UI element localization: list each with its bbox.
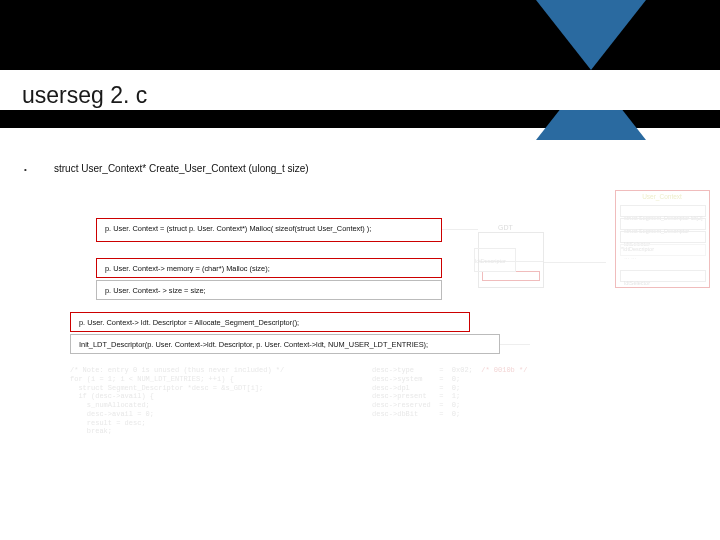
function-signature: struct User_Context* Create_User_Context… — [54, 163, 309, 174]
arrow-2 — [544, 262, 606, 263]
ghost-code-right: desc->type = 0x02; /* 0010b */ desc->sys… — [372, 366, 622, 419]
code-box-malloc-memory: p. User. Context-> memory = (char*) Mall… — [96, 258, 442, 278]
user-context-title: User_Context — [626, 193, 698, 200]
bullet-marker: • — [24, 165, 27, 174]
mid-box: ldtDescriptor — [474, 248, 516, 272]
ghost-code-left: /* Note: entry 0 is unused (thus never i… — [70, 366, 330, 436]
slide-title: userseg 2. c — [22, 82, 147, 109]
uc-row-4: ldtSelector — [621, 280, 650, 286]
gdt-label: GDT — [498, 224, 513, 231]
code-box-malloc-context: p. User. Context = (struct p. User. Cont… — [96, 218, 442, 242]
uc-row-3: … … — [621, 254, 637, 260]
code-box-init-ldt: Init_LDT_Descriptor(p. User. Context->ld… — [70, 334, 500, 354]
code-box-alloc-descriptor: p. User. Context-> ldt. Descriptor = All… — [70, 312, 470, 332]
arrow-3 — [500, 344, 530, 345]
code-box-size-assign: p. User. Context- > size = size; — [96, 280, 442, 300]
arrow-1 — [442, 229, 478, 230]
